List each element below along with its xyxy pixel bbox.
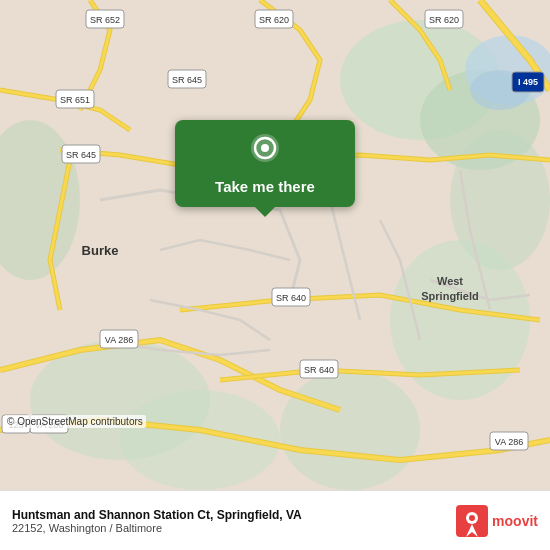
- svg-text:I 495: I 495: [518, 77, 538, 87]
- svg-text:SR 640: SR 640: [304, 365, 334, 375]
- moovit-logo: moovit: [456, 505, 538, 537]
- bottom-bar: Huntsman and Shannon Station Ct, Springf…: [0, 490, 550, 550]
- svg-text:Burke: Burke: [82, 243, 119, 258]
- svg-text:VA 286: VA 286: [495, 437, 523, 447]
- address-line1: Huntsman and Shannon Station Ct, Springf…: [12, 508, 302, 522]
- svg-text:SR 620: SR 620: [429, 15, 459, 25]
- address-line2: 22152, Washington / Baltimore: [12, 522, 302, 534]
- svg-point-44: [261, 144, 269, 152]
- svg-text:SR 640: SR 640: [276, 293, 306, 303]
- popup-label: Take me there: [215, 178, 315, 195]
- osm-attribution: © OpenStreetMap contributors: [4, 415, 146, 428]
- svg-text:West: West: [437, 275, 463, 287]
- moovit-text: moovit: [492, 513, 538, 529]
- address-block: Huntsman and Shannon Station Ct, Springf…: [12, 508, 302, 534]
- svg-text:SR 651: SR 651: [60, 95, 90, 105]
- take-me-there-popup[interactable]: Take me there: [175, 120, 355, 207]
- svg-point-47: [469, 515, 475, 521]
- svg-text:SR 652: SR 652: [90, 15, 120, 25]
- svg-text:VA 286: VA 286: [105, 335, 133, 345]
- moovit-icon: [456, 505, 488, 537]
- svg-text:Springfield: Springfield: [421, 290, 478, 302]
- map-container: SR 652 SR 620 SR 620 I 495 SR 651 SR 645…: [0, 0, 550, 490]
- svg-text:SR 645: SR 645: [66, 150, 96, 160]
- svg-text:SR 620: SR 620: [259, 15, 289, 25]
- svg-point-8: [280, 370, 420, 490]
- location-pin-icon: [247, 134, 283, 170]
- svg-text:SR 645: SR 645: [172, 75, 202, 85]
